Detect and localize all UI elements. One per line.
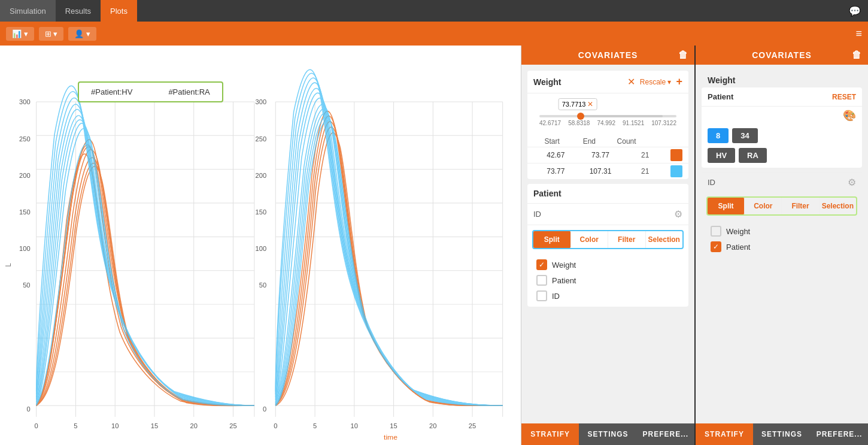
ra-btn[interactable]: RA — [739, 148, 767, 163]
svg-text:150: 150 — [19, 208, 31, 216]
right-patient-section: Patient RESET 🎨 8 34 HV RA — [702, 87, 862, 168]
right-checkbox-weight-box[interactable] — [711, 226, 721, 237]
right-tab-filter[interactable]: Filter — [782, 198, 819, 214]
count-8-btn[interactable]: 8 — [708, 128, 729, 143]
svg-text:0: 0 — [274, 422, 277, 429]
weight-header: Weight ✕ Rescale ▾ + — [527, 71, 688, 93]
label-buttons: HV RA — [702, 148, 862, 168]
top-navigation: Simulation Results Plots 💬 — [0, 0, 868, 22]
right-checkmark-patient: ✓ — [713, 243, 719, 251]
slider-label-2: 58.8318 — [568, 120, 590, 126]
svg-text:200: 200 — [19, 172, 31, 179]
id-label: ID — [533, 210, 674, 219]
id-row: ID ⚙ — [527, 204, 688, 225]
right-weight-label: Weight — [702, 71, 862, 87]
svg-text:10: 10 — [111, 422, 119, 429]
chat-icon[interactable]: 💬 — [842, 5, 868, 17]
checkbox-id-label: ID — [552, 292, 560, 301]
svg-text:L: L — [4, 263, 12, 267]
main-content: #Patient:HV #Patient:RA — [0, 46, 868, 445]
svg-text:300: 300 — [19, 98, 31, 105]
slider-labels: 42.6717 58.8318 74.992 91.1521 107.3122 — [539, 120, 676, 126]
tab-filter[interactable]: Filter — [608, 231, 646, 248]
patient-buttons: 8 34 — [702, 123, 862, 148]
stratify-tab-right[interactable]: STRATIFY — [696, 423, 753, 445]
slider-thumb[interactable] — [577, 113, 584, 120]
right-checkbox-patient-box[interactable]: ✓ — [711, 241, 721, 252]
checkbox-id-box[interactable] — [536, 290, 547, 301]
hv-btn[interactable]: HV — [708, 148, 735, 163]
checkbox-weight-label: Weight — [552, 261, 576, 270]
range-end-1: 73.77 — [578, 151, 623, 159]
slider-pin-close[interactable]: ✕ — [587, 100, 593, 108]
hamburger-menu[interactable]: ≡ — [855, 28, 862, 40]
patient-header: Patient — [527, 184, 688, 204]
tab-selection[interactable]: Selection — [646, 231, 683, 248]
right-tab-selection[interactable]: Selection — [820, 198, 856, 214]
nav-simulation[interactable]: Simulation — [0, 0, 56, 22]
svg-text:5: 5 — [313, 422, 317, 429]
nav-results[interactable]: Results — [56, 0, 101, 22]
plot-area: #Patient:HV #Patient:RA — [0, 46, 521, 445]
weight-title: Weight — [533, 77, 627, 87]
color-header-spacer — [645, 137, 682, 146]
weight-section: Weight ✕ Rescale ▾ + 73.7713 ✕ — [527, 71, 688, 179]
slider-value: 73.7713 — [562, 101, 586, 108]
range-row-2: 73.77 107.31 21 — [527, 163, 688, 179]
range-count-1: 21 — [623, 151, 667, 159]
checkbox-weight-box[interactable]: ✓ — [536, 259, 547, 270]
checkbox-patient: Patient — [536, 273, 679, 288]
nav-plots[interactable]: Plots — [101, 0, 137, 22]
svg-text:25: 25 — [469, 422, 476, 429]
weight-add[interactable]: + — [676, 75, 682, 88]
user-button[interactable]: 👤 ▾ — [68, 27, 96, 41]
checkmark-weight: ✓ — [539, 261, 545, 269]
svg-text:150: 150 — [256, 208, 267, 216]
right-panel-trash[interactable]: 🗑 — [852, 50, 862, 60]
preferences-tab-right[interactable]: PREFERE... — [811, 423, 868, 445]
right-tab-split[interactable]: Split — [708, 198, 745, 214]
reset-button[interactable]: RESET — [832, 93, 856, 101]
grid-button[interactable]: ⊞ ▾ — [39, 27, 64, 41]
range-color-2 — [670, 165, 682, 177]
start-header: Start — [533, 137, 570, 146]
svg-text:50: 50 — [23, 281, 30, 289]
svg-text:250: 250 — [19, 135, 31, 143]
chart-button[interactable]: 📊 ▾ — [6, 27, 34, 41]
svg-text:100: 100 — [256, 245, 267, 252]
settings-tab-left[interactable]: SETTINGS — [579, 423, 636, 445]
tab-color[interactable]: Color — [571, 231, 609, 248]
right-panel-title: COVARIATES — [752, 50, 812, 60]
right-checkbox-weight-label: Weight — [726, 227, 750, 236]
preferences-tab-left[interactable]: PREFERE... — [637, 423, 694, 445]
end-header: End — [570, 137, 608, 146]
range-end-2: 107.31 — [578, 167, 623, 175]
rescale-btn[interactable]: Rescale ▾ — [640, 78, 672, 86]
svg-text:50: 50 — [259, 281, 266, 289]
tab-split[interactable]: Split — [533, 231, 571, 248]
svg-text:100: 100 — [19, 245, 31, 252]
right-patient-title: Patient — [708, 92, 733, 101]
left-panel-trash[interactable]: 🗑 — [678, 50, 688, 60]
range-count-2: 21 — [623, 167, 667, 175]
count-34-btn[interactable]: 34 — [732, 128, 757, 143]
right-checkbox-patient-label: Patient — [726, 243, 750, 252]
svg-text:10: 10 — [351, 422, 358, 429]
id-icon[interactable]: ⚙ — [674, 208, 682, 220]
left-panel-title: COVARIATES — [578, 50, 638, 60]
left-covariates-panel: COVARIATES 🗑 Weight ✕ Rescale ▾ + 73.771… — [521, 46, 694, 445]
right-checkbox-patient: ✓ Patient — [711, 239, 853, 255]
legend-hv: #Patient:HV — [91, 87, 132, 96]
patient-tabs: Split Color Filter Selection — [532, 230, 684, 249]
checkbox-patient-box[interactable] — [536, 275, 547, 286]
right-id-icon[interactable]: ⚙ — [848, 177, 856, 188]
stratify-tab-left[interactable]: STRATIFY — [521, 423, 579, 445]
slider-pin: 73.7713 ✕ — [559, 98, 597, 110]
svg-text:200: 200 — [256, 172, 267, 179]
legend-ra: #Patient:RA — [168, 87, 210, 96]
right-id-row: ID ⚙ — [702, 172, 862, 192]
weight-close[interactable]: ✕ — [627, 76, 635, 87]
right-tab-color[interactable]: Color — [745, 198, 782, 214]
settings-tab-right[interactable]: SETTINGS — [753, 423, 811, 445]
svg-text:0: 0 — [263, 405, 266, 413]
